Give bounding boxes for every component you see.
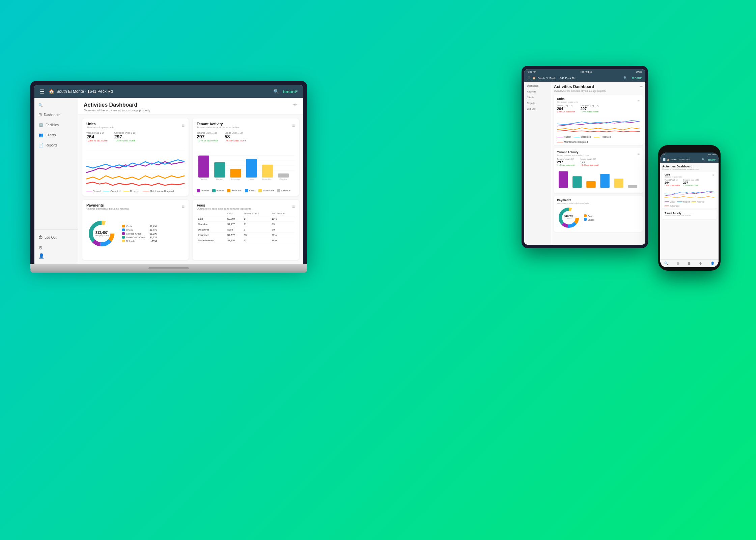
reserved-dot bbox=[123, 191, 129, 191]
search-icon[interactable]: 🔍 bbox=[273, 89, 279, 94]
fees-table-header: Cost Tenant Count Percentage bbox=[197, 211, 295, 216]
phone-tenant-title: Tenant Activity bbox=[665, 212, 714, 214]
property-icon: 🏠 bbox=[49, 89, 54, 94]
phone-units-menu[interactable]: ≡ bbox=[712, 173, 714, 179]
cash-amount: $1,498 bbox=[147, 225, 157, 227]
tenants-change: ↑ 14% vs last month bbox=[197, 139, 218, 142]
col-tenant-count: Tenant Count bbox=[243, 211, 271, 216]
svg-text:Overdue: Overdue bbox=[279, 178, 287, 180]
tablet-time: 9:41 AM bbox=[528, 71, 536, 73]
tablet-units-widget: Units Statuses of space units ≡ Vacant (… bbox=[554, 95, 643, 145]
overdue-swatch bbox=[277, 189, 280, 192]
laptop-fees-widget: Fees Outstanding fees applied to tenants… bbox=[193, 200, 299, 260]
sidebar-item-logout[interactable]: ⏻ Log Out bbox=[34, 232, 78, 242]
cash-label: Cash bbox=[126, 225, 132, 227]
phone-nav-grid[interactable]: ⊞ bbox=[677, 262, 679, 265]
phone-brand: tenant² bbox=[708, 159, 716, 161]
tablet-sidebar-clients[interactable]: Clients bbox=[524, 94, 551, 100]
phone-nav-list[interactable]: ☰ bbox=[688, 262, 691, 265]
svg-rect-27 bbox=[628, 185, 637, 188]
units-occupied-change: ↑ 14% vs last month bbox=[114, 139, 136, 142]
payments-donut: $13,407 Total (Aug 1-16) bbox=[86, 218, 117, 249]
tablet-tenant-bar-chart bbox=[557, 168, 640, 190]
tablet-units-menu[interactable]: ≡ bbox=[638, 99, 640, 103]
tablet-sidebar-dashboard[interactable]: Dashboard bbox=[524, 83, 551, 89]
tablet-tenant-title: Tenant Activity bbox=[557, 151, 589, 154]
legend-maintenance: Maintenance Required bbox=[143, 190, 174, 192]
units-menu-icon[interactable]: ≡ bbox=[182, 123, 185, 128]
phone-hamburger[interactable]: ☰ bbox=[663, 158, 666, 161]
sidebar-item-reports[interactable]: 📄 Reports bbox=[34, 140, 78, 150]
fee-cost-misc: $1,151 bbox=[226, 238, 243, 243]
phone-bottom-bar: 🔍 ⊞ ☰ ⚙ 👤 bbox=[660, 259, 719, 267]
phone-header: ☰ 🏠 South El Monte · 1641... 🔍 tenant² bbox=[660, 157, 719, 163]
tenant-activity-subtitle: Tenant statuses and rental activities bbox=[197, 126, 240, 129]
payments-widget-header: Payments Various payments including refu… bbox=[86, 203, 185, 210]
laptop-title-block: Activities Dashboard Overview of the act… bbox=[84, 102, 150, 112]
laptop-edit-icon[interactable]: ✏ bbox=[293, 102, 298, 107]
storage-credit-color bbox=[122, 232, 125, 235]
tablet-pay-cash: Cash bbox=[584, 214, 594, 217]
tablet-search-icon[interactable]: 🔍 bbox=[623, 76, 627, 80]
sidebar-item-clients[interactable]: 👥 Clients bbox=[34, 130, 78, 140]
phone-search-icon[interactable]: 🔍 bbox=[702, 158, 705, 161]
fee-cost-overdue: $1,770 bbox=[226, 221, 243, 227]
sidebar-search-icon[interactable]: 🔍 bbox=[38, 103, 43, 107]
units-widget-title: Units bbox=[86, 122, 114, 126]
settings-icon[interactable]: ⚙ bbox=[38, 245, 74, 250]
svg-text:Relocated: Relocated bbox=[231, 178, 240, 180]
tablet-body: Dashboard Facilities Clients Reports Log… bbox=[524, 82, 645, 245]
tablet-sidebar-logout[interactable]: Log Out bbox=[524, 106, 551, 112]
tenant-activity-header: Tenant Activity Tenant statuses and rent… bbox=[197, 122, 295, 129]
phone-nav-search[interactable]: 🔍 bbox=[664, 262, 668, 265]
sidebar-search-area[interactable]: 🔍 bbox=[34, 101, 78, 110]
moveouts-swatch bbox=[258, 189, 262, 192]
legend-moveouts: Move-Outs bbox=[258, 189, 274, 192]
tablet-edit-icon[interactable]: ✏ bbox=[640, 84, 643, 89]
payment-cash: Cash $1,498 bbox=[122, 225, 157, 227]
hamburger-icon[interactable]: ☰ bbox=[40, 88, 45, 95]
tablet-payment-legend: Cash Check bbox=[584, 214, 594, 221]
sidebar-item-dashboard[interactable]: ⊞ Dashboard bbox=[34, 110, 78, 120]
relocated-swatch bbox=[227, 189, 230, 192]
svg-text:Booked: Booked bbox=[216, 178, 223, 180]
tablet-date: Tue Aug 16 bbox=[580, 71, 592, 73]
profile-icon[interactable]: 👤 bbox=[38, 253, 74, 259]
legend-tenants: Tenants bbox=[197, 189, 209, 192]
phone-frame: 9:41 ●●● 100% ☰ 🏠 South El Monte · 1641.… bbox=[658, 145, 721, 271]
tenant-activity-menu-icon[interactable]: ≡ bbox=[292, 123, 295, 128]
tablet-hamburger[interactable]: ☰ bbox=[528, 76, 530, 80]
tablet-tenant-menu[interactable]: ≡ bbox=[638, 152, 640, 156]
legend-relocated: Relocated bbox=[227, 189, 242, 192]
sidebar-item-facilities[interactable]: 🏢 Facilities bbox=[34, 120, 78, 130]
phone-device: 9:41 ●●● 100% ☰ 🏠 South El Monte · 1641.… bbox=[658, 145, 721, 271]
phone-body: Activities Dashboard Overview of the act… bbox=[660, 163, 719, 259]
laptop-foot bbox=[30, 270, 307, 273]
tablet-sidebar-facilities[interactable]: Facilities bbox=[524, 89, 551, 94]
col-percentage: Percentage bbox=[270, 211, 295, 216]
tenant-activity-title: Tenant Activity bbox=[197, 122, 240, 126]
leads-value: 58 bbox=[225, 134, 247, 139]
units-vacant-value: 264 bbox=[86, 134, 108, 139]
payments-menu-icon[interactable]: ≡ bbox=[182, 204, 185, 209]
refunds-label: Refunds bbox=[126, 240, 135, 242]
phone-nav-profile[interactable]: 👤 bbox=[710, 262, 715, 265]
fees-menu-icon[interactable]: ≡ bbox=[292, 204, 295, 209]
phone-nav-settings[interactable]: ⚙ bbox=[699, 262, 702, 265]
laptop-screen: ☰ 🏠 South El Monte · 1641 Peck Rd 🔍 tena… bbox=[34, 85, 303, 264]
svg-rect-26 bbox=[614, 179, 623, 188]
phone-occupied-change: ↑ 14% vs last month bbox=[683, 184, 699, 186]
tablet-property-name: South El Monte · 1641 Peck Rd bbox=[538, 77, 621, 80]
phone-legend-maintenance: Maintenance bbox=[665, 205, 680, 207]
debit-credit-color bbox=[122, 236, 125, 239]
leads-swatch bbox=[245, 189, 248, 192]
tablet-leads-change: ↓ 6.2% vs last month bbox=[581, 164, 599, 166]
phone-units-title: Units bbox=[665, 173, 682, 176]
fees-table: Cost Tenant Count Percentage Late $2,094 bbox=[197, 211, 295, 243]
tenant-bar-svg: Tenants Booked Relocated Leads Move-Outs… bbox=[197, 144, 295, 188]
clients-icon: 👥 bbox=[38, 133, 44, 137]
phone-tenant-widget: Tenant Activity Tenant statuses and rent… bbox=[662, 210, 717, 219]
tablet-sidebar-reports[interactable]: Reports bbox=[524, 100, 551, 106]
legend-overdue: Overdue bbox=[277, 189, 290, 192]
svg-rect-24 bbox=[586, 181, 595, 188]
